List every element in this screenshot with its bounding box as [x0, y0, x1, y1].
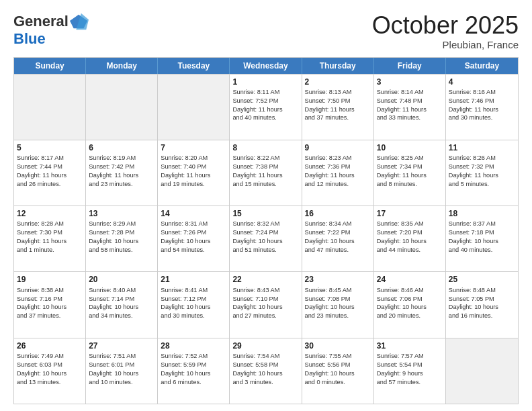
day-info: and 16 minutes.	[449, 312, 515, 320]
table-row	[446, 338, 518, 404]
day-number: 28	[161, 340, 226, 351]
day-number: 29	[232, 340, 298, 351]
table-row: 15Sunrise: 8:32 AMSunset: 7:24 PMDayligh…	[230, 206, 302, 271]
day-info: Daylight: 11 hours	[305, 171, 371, 180]
day-info: Daylight: 11 hours	[17, 237, 83, 246]
day-info: and 10 minutes.	[89, 378, 154, 387]
day-info: and 40 minutes.	[232, 113, 298, 122]
location: Pleubian, France	[372, 39, 519, 50]
day-info: Sunset: 7:20 PM	[377, 228, 443, 237]
day-info: and 34 minutes.	[89, 312, 154, 320]
day-info: Sunrise: 8:32 AM	[232, 220, 298, 228]
day-info: and 1 minute.	[17, 246, 83, 255]
day-info: Sunset: 7:44 PM	[17, 163, 83, 171]
day-info: and 15 minutes.	[232, 180, 298, 189]
calendar-header: SundayMondayTuesdayWednesdayThursdayFrid…	[14, 58, 518, 74]
day-info: Sunset: 7:12 PM	[161, 295, 226, 304]
day-info: Sunrise: 7:51 AM	[89, 352, 154, 361]
title-block: October 2025 Pleubian, France	[372, 12, 519, 50]
table-row: 18Sunrise: 8:37 AMSunset: 7:18 PMDayligh…	[446, 206, 518, 271]
day-info: Daylight: 10 hours	[305, 369, 371, 378]
day-info: Daylight: 11 hours	[377, 171, 443, 180]
day-number: 18	[449, 208, 515, 219]
day-info: Daylight: 10 hours	[232, 237, 298, 246]
table-row: 22Sunrise: 8:43 AMSunset: 7:10 PMDayligh…	[230, 272, 302, 337]
day-info: Sunset: 7:24 PM	[232, 228, 298, 237]
day-info: Sunset: 7:08 PM	[305, 295, 371, 304]
day-info: Sunrise: 8:19 AM	[89, 154, 154, 163]
day-info: Sunrise: 8:16 AM	[449, 88, 515, 97]
day-info: Sunrise: 8:34 AM	[305, 220, 371, 228]
table-row: 13Sunrise: 8:29 AMSunset: 7:28 PMDayligh…	[86, 206, 158, 271]
day-info: Sunset: 7:48 PM	[377, 97, 443, 105]
day-info: Daylight: 10 hours	[161, 303, 226, 312]
day-info: Sunset: 7:38 PM	[232, 163, 298, 171]
day-number: 15	[232, 208, 298, 219]
day-info: and 37 minutes.	[17, 312, 83, 320]
day-info: Daylight: 11 hours	[232, 105, 298, 114]
day-info: Daylight: 10 hours	[161, 369, 226, 378]
day-info: and 58 minutes.	[89, 246, 154, 255]
day-info: Daylight: 10 hours	[449, 303, 515, 312]
day-number: 12	[17, 208, 83, 219]
day-info: and 40 minutes.	[449, 246, 515, 255]
day-info: Sunrise: 8:45 AM	[305, 286, 371, 295]
table-row: 28Sunrise: 7:52 AMSunset: 5:59 PMDayligh…	[158, 338, 230, 404]
day-info: Sunrise: 8:29 AM	[89, 220, 154, 228]
day-number: 9	[305, 142, 371, 153]
day-info: Sunrise: 8:48 AM	[449, 286, 515, 295]
day-info: Sunset: 7:32 PM	[449, 163, 515, 171]
day-info: Sunrise: 8:31 AM	[161, 220, 226, 228]
day-info: Sunset: 7:52 PM	[232, 97, 298, 105]
day-number: 6	[89, 142, 154, 153]
day-number: 5	[17, 142, 83, 153]
day-info: and 33 minutes.	[377, 113, 443, 122]
day-info: Daylight: 11 hours	[89, 171, 154, 180]
day-info: Daylight: 11 hours	[449, 105, 515, 114]
calendar-week-2: 5Sunrise: 8:17 AMSunset: 7:44 PMDaylight…	[14, 140, 518, 205]
table-row: 5Sunrise: 8:17 AMSunset: 7:44 PMDaylight…	[14, 140, 86, 205]
day-info: Sunset: 7:34 PM	[377, 163, 443, 171]
day-info: Daylight: 10 hours	[305, 303, 371, 312]
day-number: 20	[89, 274, 154, 285]
day-info: Sunset: 5:56 PM	[305, 361, 371, 369]
day-info: Sunrise: 8:13 AM	[305, 88, 371, 97]
month-title: October 2025	[372, 12, 519, 39]
day-info: Sunset: 5:58 PM	[232, 361, 298, 369]
calendar-week-3: 12Sunrise: 8:28 AMSunset: 7:30 PMDayligh…	[14, 205, 518, 271]
day-info: and 47 minutes.	[305, 246, 371, 255]
day-number: 4	[449, 77, 515, 87]
day-info: Daylight: 10 hours	[232, 303, 298, 312]
day-info: Sunset: 7:30 PM	[17, 228, 83, 237]
table-row	[14, 75, 86, 140]
day-number: 22	[232, 274, 298, 285]
day-info: Sunset: 7:40 PM	[161, 163, 226, 171]
logo-general: General	[13, 13, 69, 30]
day-number: 2	[305, 77, 371, 87]
page: General Blue October 2025 Pleubian, Fran…	[0, 0, 532, 411]
calendar: SundayMondayTuesdayWednesdayThursdayFrid…	[13, 57, 519, 404]
logo-blue: Blue	[13, 31, 89, 47]
day-number: 13	[89, 208, 154, 219]
day-info: Sunset: 7:06 PM	[377, 295, 443, 304]
day-number: 23	[305, 274, 371, 285]
day-number: 11	[449, 142, 515, 153]
day-info: Sunrise: 8:23 AM	[305, 154, 371, 163]
table-row: 3Sunrise: 8:14 AMSunset: 7:48 PMDaylight…	[374, 75, 446, 140]
table-row: 2Sunrise: 8:13 AMSunset: 7:50 PMDaylight…	[302, 75, 374, 140]
day-info: and 12 minutes.	[305, 180, 371, 189]
table-row: 25Sunrise: 8:48 AMSunset: 7:05 PMDayligh…	[446, 272, 518, 337]
calendar-week-4: 19Sunrise: 8:38 AMSunset: 7:16 PMDayligh…	[14, 271, 518, 337]
table-row: 21Sunrise: 8:41 AMSunset: 7:12 PMDayligh…	[158, 272, 230, 337]
table-row: 27Sunrise: 7:51 AMSunset: 6:01 PMDayligh…	[86, 338, 158, 404]
day-info: and 3 minutes.	[232, 378, 298, 387]
day-info: Sunset: 7:28 PM	[89, 228, 154, 237]
day-number: 27	[89, 340, 154, 351]
day-info: Sunset: 7:50 PM	[305, 97, 371, 105]
day-info: Sunset: 7:18 PM	[449, 228, 515, 237]
table-row: 29Sunrise: 7:54 AMSunset: 5:58 PMDayligh…	[230, 338, 302, 404]
table-row: 12Sunrise: 8:28 AMSunset: 7:30 PMDayligh…	[14, 206, 86, 271]
day-header-saturday: Saturday	[446, 58, 518, 74]
logo: General Blue	[13, 12, 89, 47]
day-header-friday: Friday	[374, 58, 446, 74]
